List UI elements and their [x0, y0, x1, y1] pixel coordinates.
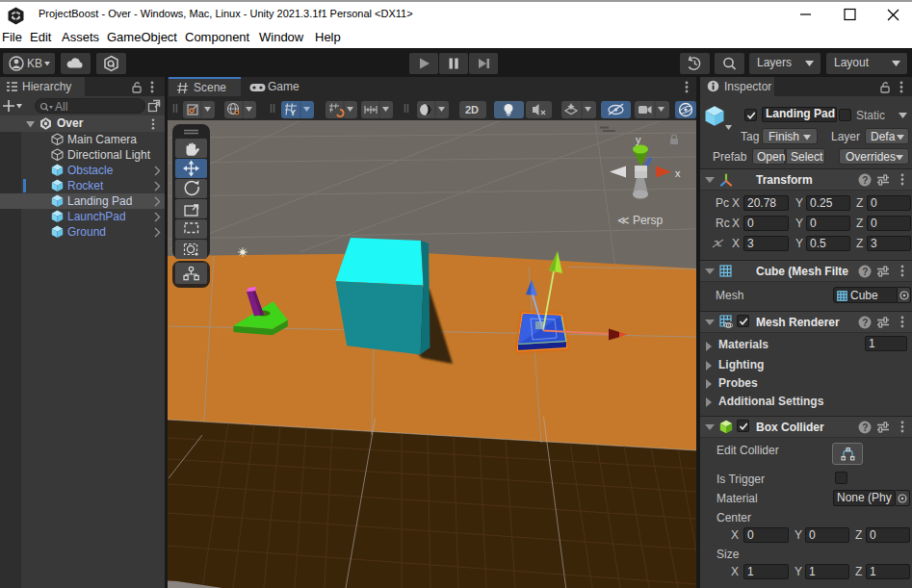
svg-text:KB: KB: [27, 57, 42, 70]
svg-text:?: ?: [862, 318, 868, 328]
svg-text:y: y: [636, 134, 641, 145]
svg-text:?: ?: [862, 175, 868, 186]
svg-text:2D: 2D: [465, 104, 479, 115]
svg-text:x: x: [675, 167, 681, 179]
svg-text:?: ?: [862, 422, 868, 433]
svg-text:Y: Y: [290, 108, 296, 117]
svg-text:?: ?: [862, 267, 868, 277]
svg-text:≪ Persp: ≪ Persp: [617, 214, 664, 227]
